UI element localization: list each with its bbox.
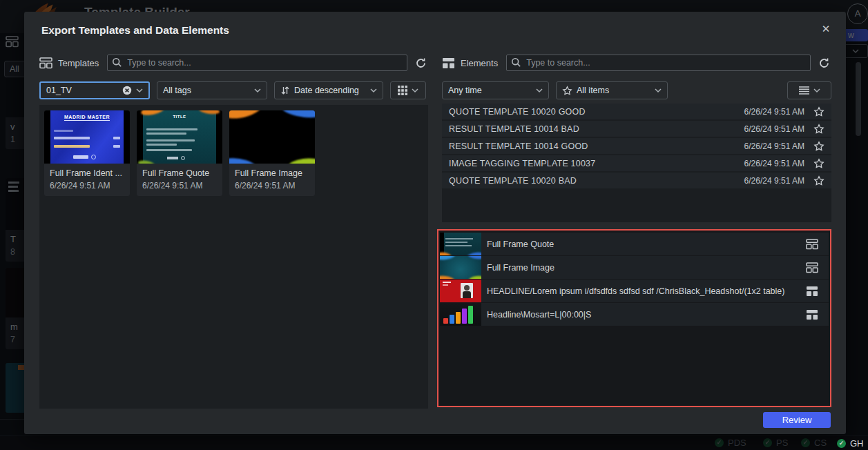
sort-dropdown[interactable]: Date descending	[274, 81, 383, 99]
element-type-icon	[806, 309, 818, 320]
elements-section-label: Elements	[461, 58, 498, 68]
folder-filter-dropdown[interactable]: 01_TV	[39, 81, 150, 99]
queue-item-name: Full Frame Quote	[481, 239, 800, 249]
queue-item-name: HEADLINE/Lorem ipsum i/dfsdfds sdfsd sdf…	[481, 286, 800, 296]
list-view-icon	[799, 86, 809, 95]
template-thumbnail	[229, 110, 315, 164]
templates-search-input[interactable]	[107, 55, 407, 71]
elements-icon	[442, 57, 455, 69]
elements-search-input[interactable]	[506, 55, 811, 71]
elements-search	[506, 55, 811, 71]
template-card-name: Full Frame Image	[229, 164, 315, 178]
star-icon[interactable]	[813, 175, 824, 186]
chevron-down-icon	[370, 88, 377, 93]
queue-row[interactable]: Full Frame Quote	[440, 233, 829, 255]
tags-filter-dropdown[interactable]: All tags	[157, 81, 267, 99]
template-card-date: 6/26/24 9:51 AM	[229, 178, 315, 196]
refresh-icon[interactable]	[816, 55, 831, 70]
clear-filter-icon[interactable]	[122, 86, 132, 95]
chevron-down-icon	[254, 88, 261, 93]
element-date: 6/26/24 9:51 AM	[744, 159, 804, 168]
templates-icon	[39, 57, 52, 69]
close-icon[interactable]: ✕	[818, 21, 833, 37]
star-icon[interactable]	[813, 106, 824, 117]
templates-search	[107, 55, 407, 71]
element-row[interactable]: RESULT TEMPLATE 10014 BAD 6/26/24 9:51 A…	[442, 121, 831, 137]
element-name: QUOTE TEMPLATE 10020 BAD	[449, 176, 744, 186]
templates-section-label: Templates	[58, 58, 99, 68]
queue-item-name: Full Frame Image	[481, 263, 800, 273]
grid-view-icon	[398, 86, 407, 95]
queue-thumbnail	[440, 303, 481, 326]
check-icon: ✓	[837, 439, 846, 448]
queue-item-name: Headline\Mosart=L|00:00|S	[481, 310, 800, 320]
element-name: QUOTE TEMPLATE 10020 GOOD	[449, 107, 744, 117]
queue-thumbnail	[440, 280, 481, 302]
time-filter-dropdown[interactable]: Any time	[442, 81, 549, 99]
element-date: 6/26/24 9:51 AM	[744, 176, 804, 186]
element-row[interactable]: IMAGE TAGGING TEMPLATE 10037 6/26/24 9:5…	[442, 155, 831, 171]
template-type-icon	[806, 262, 818, 273]
search-icon	[511, 57, 521, 70]
templates-browse-panel: MADRID MASTER Full Frame Ident ... 6/26/…	[39, 105, 428, 409]
status-item-gh: ✓ GH	[837, 438, 864, 449]
template-card-full-frame-image[interactable]: Full Frame Image 6/26/24 9:51 AM	[229, 110, 315, 196]
queue-thumbnail	[440, 256, 481, 279]
element-row[interactable]: RESULT TEMPLATE 10014 GOOD 6/26/24 9:51 …	[442, 138, 831, 154]
template-card-full-frame-ident[interactable]: MADRID MASTER Full Frame Ident ... 6/26/…	[44, 110, 130, 196]
chevron-down-icon	[412, 88, 418, 93]
star-icon	[562, 86, 572, 96]
time-filter-value: Any time	[448, 86, 482, 95]
element-date: 6/26/24 9:51 AM	[744, 107, 804, 117]
template-card-full-frame-quote[interactable]: TITLE Full Frame Quote 6/26/24 9:51 AM	[137, 110, 222, 196]
tags-filter-value: All tags	[163, 86, 191, 95]
template-card-name: Full Frame Ident ...	[44, 164, 130, 178]
export-queue-panel: Full Frame Quote Full Frame Image HEADLI…	[437, 229, 831, 407]
element-date: 6/26/24 9:51 AM	[744, 141, 804, 151]
folder-filter-value: 01_TV	[46, 86, 72, 95]
element-name: RESULT TEMPLATE 10014 GOOD	[449, 141, 744, 151]
grid-view-dropdown[interactable]	[390, 81, 426, 99]
element-date: 6/26/24 9:51 AM	[744, 124, 804, 134]
template-thumbnail: TITLE	[137, 110, 222, 164]
sort-icon	[280, 86, 290, 95]
queue-row[interactable]: Full Frame Image	[440, 256, 829, 279]
element-name: RESULT TEMPLATE 10014 BAD	[449, 124, 744, 134]
export-dialog: Export Templates and Data Elements ✕ Tem…	[24, 12, 846, 434]
queue-row[interactable]: Headline\Mosart=L|00:00|S	[440, 303, 829, 326]
chevron-down-icon	[655, 88, 662, 93]
template-card-date: 6/26/24 9:51 AM	[44, 178, 130, 196]
queue-thumbnail	[440, 233, 481, 255]
template-card-name: Full Frame Quote	[137, 164, 222, 178]
chevron-down-icon	[136, 88, 143, 93]
search-icon	[112, 57, 122, 70]
star-icon[interactable]	[813, 158, 824, 169]
list-view-dropdown[interactable]	[787, 81, 831, 99]
element-name: IMAGE TAGGING TEMPLATE 10037	[449, 159, 744, 168]
elements-list: QUOTE TEMPLATE 10020 GOOD 6/26/24 9:51 A…	[442, 104, 831, 222]
star-icon[interactable]	[813, 141, 824, 152]
template-type-icon	[806, 239, 818, 250]
status-label: GH	[850, 438, 864, 449]
refresh-icon[interactable]	[413, 55, 428, 70]
queue-row[interactable]: HEADLINE/Lorem ipsum i/dfsdfds sdfsd sdf…	[440, 280, 829, 302]
chevron-down-icon	[536, 88, 543, 93]
element-row[interactable]: QUOTE TEMPLATE 10020 BAD 6/26/24 9:51 AM	[442, 173, 831, 188]
star-icon[interactable]	[813, 124, 824, 135]
items-filter-dropdown[interactable]: All items	[556, 81, 668, 99]
template-card-date: 6/26/24 9:51 AM	[137, 178, 222, 196]
chevron-down-icon	[813, 88, 820, 93]
dialog-title: Export Templates and Data Elements	[41, 24, 229, 37]
sort-value: Date descending	[294, 86, 359, 95]
element-type-icon	[806, 286, 818, 297]
element-row[interactable]: QUOTE TEMPLATE 10020 GOOD 6/26/24 9:51 A…	[442, 104, 831, 119]
review-button[interactable]: Review	[763, 412, 831, 428]
template-thumbnail: MADRID MASTER	[44, 110, 130, 164]
items-filter-value: All items	[577, 86, 609, 95]
